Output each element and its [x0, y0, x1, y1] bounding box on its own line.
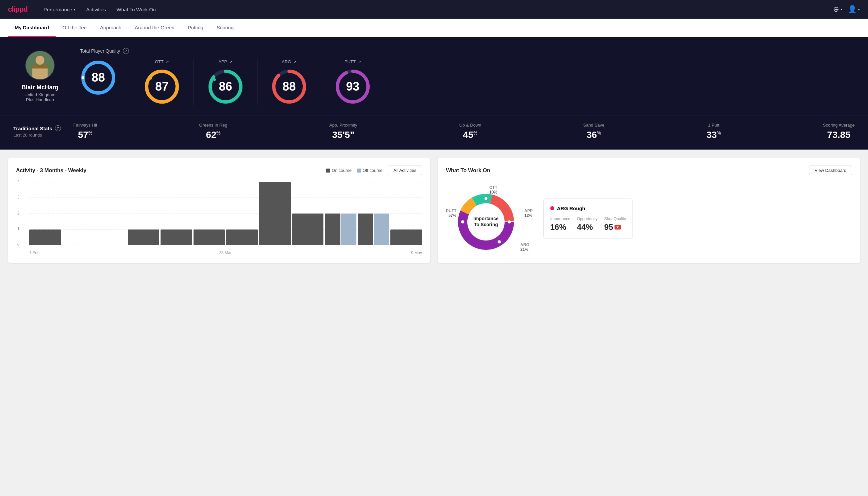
arg-card-header: ARG Rough — [550, 205, 626, 211]
bar-empty — [95, 245, 127, 245]
view-dashboard-button[interactable]: View Dashboard — [809, 166, 852, 175]
all-activities-button[interactable]: All Activities — [388, 166, 422, 175]
wtw-header: What To Work On View Dashboard — [446, 166, 852, 175]
bars-area — [29, 182, 422, 245]
arg-rough-detail-card: ARG Rough Importance 16% Opportunity 44%… — [543, 199, 633, 239]
svg-point-11 — [149, 77, 152, 80]
donut-label-app: APP 12% — [524, 208, 533, 218]
trad-stats-sublabel: Last 20 rounds — [13, 133, 73, 138]
bar-group — [226, 230, 258, 246]
score-label-arg: ARG ↗ — [282, 59, 297, 64]
arrow-up-icon-ott: ↗ — [165, 60, 169, 64]
svg-point-29 — [508, 220, 511, 223]
tab-putting[interactable]: Putting — [181, 19, 210, 37]
shot-quality-down-badge: ▼ — [615, 225, 621, 230]
score-value-app: 86 — [219, 80, 232, 94]
brand-logo[interactable]: clippd — [8, 5, 28, 14]
bar-on-course — [358, 214, 373, 245]
top-navigation: clippd Performance ▾ Activities What To … — [0, 0, 868, 19]
bar-off-course — [341, 214, 357, 245]
bar-group — [193, 230, 225, 246]
stat-up-and-down: Up & Down 45% — [459, 123, 481, 140]
nav-left: clippd Performance ▾ Activities What To … — [8, 5, 156, 14]
bar-on-course — [160, 230, 192, 246]
svg-point-28 — [484, 197, 488, 200]
ring-total: 88 — [80, 59, 116, 96]
legend-off-course: Off course — [357, 168, 383, 173]
score-putt: PUTT ↗ 93 — [321, 59, 384, 105]
tab-approach[interactable]: Approach — [93, 19, 128, 37]
bar-on-course — [390, 230, 422, 246]
donut-label-putt: PUTT 57% — [446, 208, 456, 218]
bar-group — [95, 245, 127, 245]
bar-on-course — [226, 230, 258, 246]
user-menu-button[interactable]: 👤 ▾ — [848, 5, 860, 14]
scores-section: Total Player Quality ? 88 — [80, 48, 855, 105]
x-axis-labels: 7 Feb 28 Mar 9 May — [29, 250, 422, 255]
bar-on-course — [193, 230, 225, 246]
help-icon[interactable]: ? — [123, 48, 129, 54]
arg-stats: Importance 16% Opportunity 44% Shot Qual… — [550, 217, 626, 232]
player-name: Blair McHarg — [21, 84, 58, 91]
arrow-up-icon-putt: ↗ — [358, 60, 361, 64]
tab-off-the-tee[interactable]: Off the Tee — [56, 19, 93, 37]
arg-importance: Importance 16% — [550, 217, 570, 232]
legend-dot-on-course — [326, 169, 330, 173]
bar-group — [160, 230, 192, 246]
svg-rect-3 — [32, 65, 48, 68]
tab-scoring[interactable]: Scoring — [210, 19, 240, 37]
svg-text:To Scoring: To Scoring — [474, 222, 498, 227]
nav-what-to-work-on[interactable]: What To Work On — [116, 7, 156, 12]
stat-fairways-hit: Fairways Hit 57% — [73, 123, 97, 140]
stat-1-putt: 1 Putt 33% — [707, 123, 721, 140]
svg-point-14 — [213, 78, 216, 81]
player-info: Blair McHarg United Kingdom Plus Handica… — [13, 51, 67, 102]
bar-group — [259, 182, 291, 245]
score-label-app: APP ↗ — [219, 59, 233, 64]
bar-off-course — [374, 214, 389, 245]
bar-chart: 4 3 2 1 0 7 Feb 28 Mar 9 May — [16, 182, 422, 255]
tab-my-dashboard[interactable]: My Dashboard — [8, 19, 56, 37]
bar-on-course — [292, 214, 324, 245]
tabs-bar: My Dashboard Off the Tee Approach Around… — [0, 19, 868, 37]
ring-ott: 87 — [144, 68, 180, 105]
what-to-work-on-card: What To Work On View Dashboard OTT 10% A… — [438, 158, 860, 263]
activity-chart-header: Activity - 3 Months - Weekly On course O… — [16, 166, 422, 175]
stat-items: Fairways Hit 57% Greens In Reg 62% App. … — [73, 123, 855, 140]
bar-on-course — [29, 230, 61, 246]
trad-stats-help-icon[interactable]: ? — [55, 125, 61, 131]
arrow-up-icon-arg: ↗ — [293, 60, 297, 64]
svg-point-20 — [367, 85, 369, 88]
arrow-up-icon-app: ↗ — [229, 60, 233, 64]
ring-putt: 93 — [334, 68, 371, 105]
user-dropdown-arrow: ▾ — [858, 7, 860, 12]
tab-around-the-green[interactable]: Around the Green — [128, 19, 181, 37]
stat-greens-in-reg: Greens In Reg 62% — [199, 123, 227, 140]
add-button[interactable]: ⊕ ▾ — [833, 5, 842, 14]
score-value-total: 88 — [92, 71, 105, 84]
main-content: Activity - 3 Months - Weekly On course O… — [0, 150, 868, 271]
activity-chart-controls: On course Off course All Activities — [326, 166, 422, 175]
donut-chart-area: OTT 10% APP 12% ARG 21% PUTT — [446, 182, 533, 255]
svg-text:Importance: Importance — [473, 216, 499, 221]
svg-point-31 — [461, 220, 464, 223]
plus-circle-icon: ⊕ — [833, 5, 839, 14]
bar-group — [62, 245, 94, 245]
arg-opportunity: Opportunity 44% — [577, 217, 598, 232]
traditional-stats-section: Traditional Stats ? Last 20 rounds Fairw… — [0, 115, 868, 150]
stat-app-proximity: App. Proximity 35'5" — [329, 123, 358, 140]
score-total: 88 — [80, 59, 130, 105]
legend-on-course: On course — [326, 168, 352, 173]
nav-performance[interactable]: Performance ▾ — [44, 7, 76, 12]
activity-chart-title: Activity - 3 Months - Weekly — [16, 168, 86, 173]
svg-point-30 — [498, 240, 501, 244]
chart-legend: On course Off course — [326, 168, 383, 173]
activity-chart-card: Activity - 3 Months - Weekly On course O… — [8, 158, 430, 263]
nav-activities[interactable]: Activities — [86, 7, 106, 12]
arg-dot — [550, 206, 554, 210]
score-value-ott: 87 — [155, 80, 169, 94]
user-icon: 👤 — [848, 5, 857, 14]
stat-sand-save: Sand Save 36% — [583, 123, 604, 140]
score-label-putt: PUTT ↗ — [344, 59, 361, 64]
total-quality-label: Total Player Quality ? — [80, 48, 855, 54]
